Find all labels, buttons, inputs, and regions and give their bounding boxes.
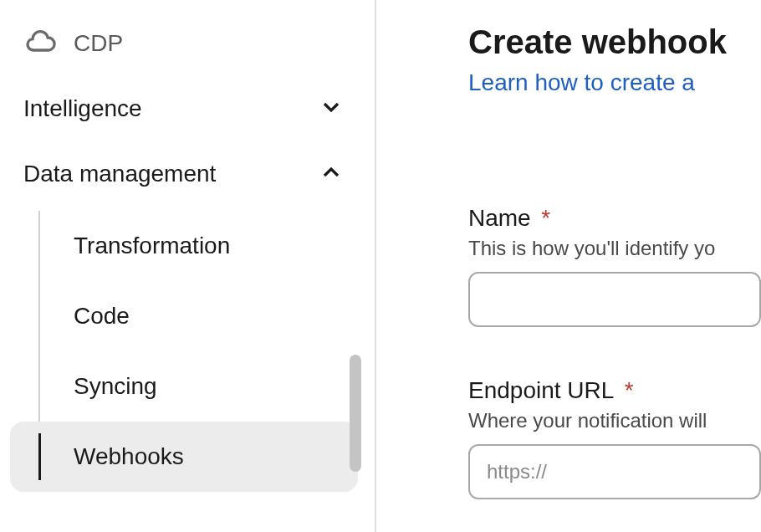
field-help-name: This is how you'll identify yo — [468, 237, 761, 260]
chevron-down-icon — [318, 94, 345, 124]
sidebar-item-label: Webhooks — [74, 443, 184, 469]
required-asterisk: * — [625, 377, 634, 403]
field-name: Name * This is how you'll identify yo — [468, 205, 761, 327]
sidebar-item-label: Transformation — [74, 233, 230, 258]
content-divider — [375, 0, 376, 532]
sidebar-section-label: Intelligence — [23, 95, 142, 122]
endpoint-url-input[interactable] — [468, 444, 761, 499]
sidebar-item-label: Syncing — [74, 373, 157, 399]
sidebar-item-webhooks[interactable]: Webhooks — [10, 422, 358, 492]
sidebar-item-label: CDP — [74, 30, 123, 57]
scrollbar-thumb[interactable] — [350, 355, 361, 472]
sidebar-item-transformation[interactable]: Transformation — [0, 211, 368, 281]
sidebar-item-label: Code — [74, 303, 130, 329]
cloud-icon — [23, 25, 57, 62]
scrollbar[interactable] — [350, 0, 361, 532]
learn-link[interactable]: Learn how to create a — [468, 69, 695, 96]
submenu-data-management: Transformation Code Syncing Webhooks — [0, 211, 368, 492]
chevron-up-icon — [318, 159, 345, 189]
sidebar: CDP Intelligence Data management Transfo… — [0, 0, 368, 532]
field-endpoint: Endpoint URL * Where your notification w… — [468, 377, 761, 499]
required-asterisk: * — [541, 205, 550, 231]
sidebar-section-intelligence[interactable]: Intelligence — [0, 70, 368, 136]
sidebar-section-data-management[interactable]: Data management — [0, 136, 368, 201]
field-label-name: Name — [468, 205, 531, 232]
sidebar-item-cdp[interactable]: CDP — [0, 17, 368, 70]
sidebar-section-label: Data management — [23, 161, 216, 187]
main-content: Create webhook Learn how to create a Nam… — [468, 23, 761, 499]
sidebar-item-syncing[interactable]: Syncing — [0, 351, 368, 422]
page-title: Create webhook — [468, 23, 761, 61]
name-input[interactable] — [468, 272, 761, 327]
field-label-endpoint: Endpoint URL — [468, 377, 614, 404]
field-help-endpoint: Where your notification will — [468, 409, 761, 432]
sidebar-item-code[interactable]: Code — [0, 281, 368, 351]
